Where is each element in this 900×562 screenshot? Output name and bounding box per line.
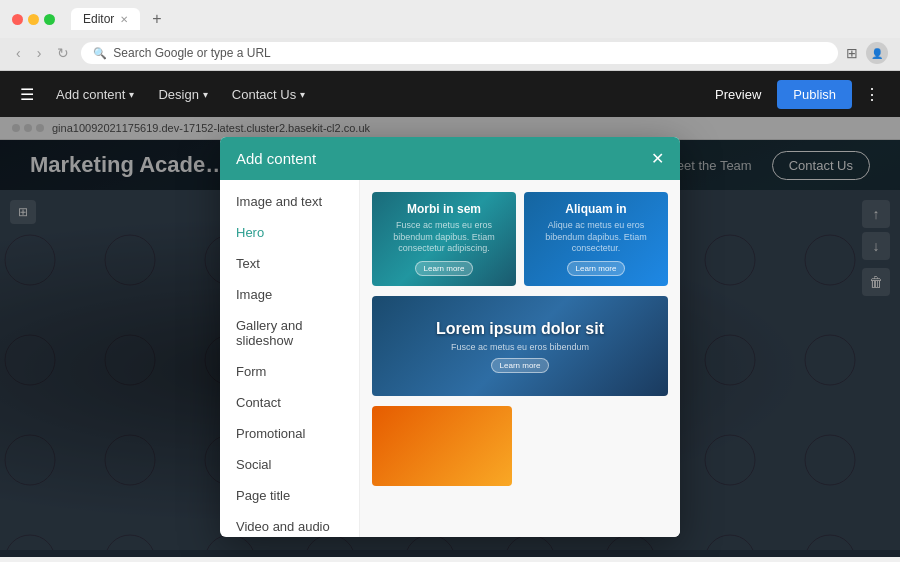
thumbnail-row-1: Morbi in sem Fusce ac metus eu eros bibe… [372, 192, 668, 286]
editor-toolbar: ☰ Add content ▾ Design ▾ Contact Us ▾ Pr… [0, 71, 900, 117]
thumb-subtitle-2: Alique ac metus eu eros bibendum dapibus… [534, 220, 658, 255]
content-item-hero[interactable]: Hero [220, 217, 359, 248]
add-content-label: Add content [56, 87, 125, 102]
chevron-down-icon: ▾ [129, 89, 134, 100]
chevron-down-icon: ▾ [203, 89, 208, 100]
address-text: Search Google or type a URL [113, 46, 270, 60]
modal-body: Image and text Hero Text Image Gallery a… [220, 180, 680, 537]
content-item-video[interactable]: Video and audio [220, 511, 359, 537]
nav-forward-button[interactable]: › [33, 43, 46, 63]
menu-button[interactable]: ☰ [12, 79, 42, 110]
hero-thumbnail-1[interactable]: Morbi in sem Fusce ac metus eu eros bibe… [372, 192, 516, 286]
dot-green[interactable] [44, 14, 55, 25]
thumbnail-row-2: Lorem ipsum dolor sit Fusce ac metus eu … [372, 296, 668, 396]
thumb-action-btn-2[interactable]: Learn more [567, 261, 626, 276]
content-item-page-title[interactable]: Page title [220, 480, 359, 511]
content-item-form[interactable]: Form [220, 356, 359, 387]
hero-thumbnail-2[interactable]: Aliquam in Alique ac metus eu eros biben… [524, 192, 668, 286]
new-tab-button[interactable]: + [152, 10, 161, 28]
preview-button[interactable]: Preview [703, 81, 773, 108]
more-options-button[interactable]: ⋮ [856, 79, 888, 110]
thumb-title-1: Morbi in sem [407, 202, 481, 216]
tab-close-icon[interactable]: ✕ [120, 14, 128, 25]
contact-us-label: Contact Us [232, 87, 296, 102]
browser-tab[interactable]: Editor ✕ [71, 8, 140, 30]
modal-title: Add content [236, 150, 316, 167]
thumb-title-3: Lorem ipsum dolor sit [436, 320, 604, 338]
thumbnail-row-3 [372, 406, 668, 486]
address-bar[interactable]: 🔍 Search Google or type a URL [81, 42, 838, 64]
thumb-title-2: Aliquam in [565, 202, 626, 216]
add-content-modal: Add content ✕ Image and text Hero Text I… [220, 137, 680, 537]
chevron-down-icon: ▾ [300, 89, 305, 100]
avatar: 👤 [866, 42, 888, 64]
design-button[interactable]: Design ▾ [148, 81, 217, 108]
content-type-list: Image and text Hero Text Image Gallery a… [220, 180, 360, 537]
hero-thumbnail-3[interactable]: Lorem ipsum dolor sit Fusce ac metus eu … [372, 296, 668, 396]
content-item-promotional[interactable]: Promotional [220, 418, 359, 449]
browser-chrome: Editor ✕ + ‹ › ↻ 🔍 Search Google or type… [0, 0, 900, 71]
content-item-gallery[interactable]: Gallery and slideshow [220, 310, 359, 356]
content-item-contact[interactable]: Contact [220, 387, 359, 418]
browser-actions: ⊞ 👤 [846, 42, 888, 64]
content-item-text[interactable]: Text [220, 248, 359, 279]
content-thumbnails: Morbi in sem Fusce ac metus eu eros bibe… [360, 180, 680, 537]
modal-header: Add content ✕ [220, 137, 680, 180]
thumb-subtitle-1: Fusce ac metus eu eros bibendum dapibus.… [382, 220, 506, 255]
dot-red[interactable] [12, 14, 23, 25]
hero-thumbnail-4[interactable] [372, 406, 512, 486]
publish-button[interactable]: Publish [777, 80, 852, 109]
nav-refresh-button[interactable]: ↻ [53, 43, 73, 63]
modal-overlay: Add content ✕ Image and text Hero Text I… [0, 117, 900, 557]
content-item-image-and-text[interactable]: Image and text [220, 186, 359, 217]
browser-dots [12, 14, 55, 25]
extensions-button[interactable]: ⊞ [846, 45, 858, 61]
search-icon: 🔍 [93, 47, 107, 60]
thumb-action-btn-3[interactable]: Learn more [491, 358, 550, 373]
tab-title: Editor [83, 12, 114, 26]
modal-close-button[interactable]: ✕ [651, 149, 664, 168]
content-item-image[interactable]: Image [220, 279, 359, 310]
content-item-social[interactable]: Social [220, 449, 359, 480]
browser-addressbar: ‹ › ↻ 🔍 Search Google or type a URL ⊞ 👤 [0, 38, 900, 70]
thumb-subtitle-3: Fusce ac metus eu eros bibendum [451, 342, 589, 352]
website-preview: gina10092021175619.dev-17152-latest.clus… [0, 117, 900, 557]
design-label: Design [158, 87, 198, 102]
contact-us-nav-button[interactable]: Contact Us ▾ [222, 81, 315, 108]
add-content-button[interactable]: Add content ▾ [46, 81, 144, 108]
thumb-action-btn-1[interactable]: Learn more [415, 261, 474, 276]
browser-titlebar: Editor ✕ + [0, 0, 900, 38]
dot-yellow[interactable] [28, 14, 39, 25]
nav-back-button[interactable]: ‹ [12, 43, 25, 63]
